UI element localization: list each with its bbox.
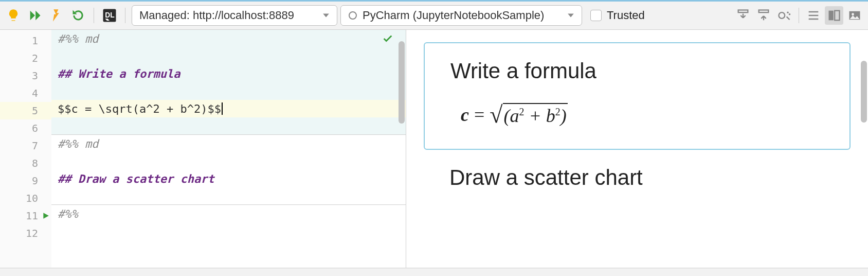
preview-only-view-icon[interactable] (845, 6, 864, 25)
code-area[interactable]: #%% md ## Write a formula $$c = \sqrt(a^… (51, 30, 406, 268)
svg-point-6 (787, 11, 789, 13)
trusted-label: Trusted (607, 9, 645, 22)
gutter-line-number[interactable]: 5 (0, 102, 51, 119)
chevron-down-icon (567, 12, 574, 19)
gutter-line-number[interactable]: 11 (0, 207, 51, 225)
preview-heading: Draw a scatter chart (424, 165, 851, 190)
gutter-line-number[interactable]: 9 (0, 172, 51, 189)
gutter-line-number[interactable]: 6 (0, 119, 51, 137)
code-only-view-icon[interactable] (804, 6, 823, 25)
code-line[interactable] (51, 117, 406, 135)
preview-cell-active[interactable]: Write a formula c = √ (a2 + b2) (424, 42, 851, 150)
code-line[interactable]: ## Draw a scatter chart (51, 170, 406, 187)
text-cursor (222, 102, 223, 115)
server-dropdown[interactable]: Managed: http://localhost:8889 (132, 5, 337, 26)
preview-scrollbar[interactable] (861, 61, 867, 123)
inspection-ok-icon (382, 33, 393, 44)
split-view-icon[interactable] (825, 6, 843, 25)
editor-scrollbar[interactable] (399, 41, 405, 124)
editor-pane: 123456789101112 #%% md ## Write a formul… (0, 30, 406, 268)
status-circle-icon (348, 11, 357, 20)
download-icon[interactable] (734, 6, 752, 25)
line-gutter: 123456789101112 (0, 30, 51, 268)
gutter-line-number[interactable]: 1 (0, 32, 51, 49)
kernel-dropdown[interactable]: PyCharm (JupyterNotebookSample) (340, 5, 582, 26)
gutter-line-number[interactable]: 12 (0, 225, 51, 242)
svg-point-2 (349, 12, 356, 19)
code-line[interactable]: $$c = \sqrt(a^2 + b^2)$$ (51, 100, 406, 117)
toolbar-separator (125, 8, 125, 23)
preview-heading: Write a formula (450, 59, 824, 83)
main-split: 123456789101112 #%% md ## Write a formul… (0, 30, 868, 268)
svg-point-11 (852, 13, 854, 15)
svg-text:DL: DL (105, 11, 114, 19)
trusted-checkbox[interactable] (590, 10, 602, 21)
svg-point-7 (789, 13, 791, 15)
code-line[interactable] (51, 47, 406, 65)
code-line[interactable]: #%% md (51, 135, 406, 152)
chevron-down-icon (322, 12, 330, 19)
kernel-dropdown-label: PyCharm (JupyterNotebookSample) (363, 9, 544, 22)
run-cell-gutter-icon[interactable] (42, 212, 49, 219)
svg-rect-3 (738, 10, 748, 13)
preview-pane: Write a formula c = √ (a2 + b2) Draw a s… (406, 30, 868, 268)
gutter-line-number[interactable]: 4 (0, 84, 51, 102)
svg-rect-4 (759, 10, 769, 13)
gutter-line-number[interactable]: 3 (0, 67, 51, 84)
trusted-toggle[interactable]: Trusted (590, 9, 645, 22)
gutter-line-number[interactable]: 10 (0, 189, 51, 207)
gutter-line-number[interactable]: 7 (0, 137, 51, 154)
code-line[interactable]: #%% (51, 205, 406, 222)
server-dropdown-label: Managed: http://localhost:8889 (139, 9, 294, 22)
run-cell-icon[interactable] (47, 6, 66, 25)
svg-rect-8 (829, 11, 834, 21)
svg-point-5 (779, 12, 785, 19)
intentions-bulb-icon[interactable] (4, 6, 23, 25)
notebook-toolbar: DL Managed: http://localhost:8889 PyChar… (0, 0, 868, 30)
gutter-line-number[interactable]: 2 (0, 49, 51, 67)
code-line[interactable]: ## Write a formula (51, 65, 406, 82)
run-all-icon[interactable] (26, 6, 44, 25)
view-settings-icon[interactable] (775, 6, 793, 25)
restart-kernel-icon[interactable] (69, 6, 87, 25)
rendered-formula: c = √ (a2 + b2) (461, 101, 824, 128)
toolbar-separator (94, 8, 94, 23)
code-line[interactable] (51, 82, 406, 100)
code-line[interactable]: #%% md (51, 30, 406, 47)
datalore-icon[interactable]: DL (100, 6, 119, 25)
code-line[interactable] (51, 222, 406, 240)
upload-icon[interactable] (754, 6, 773, 25)
svg-rect-9 (835, 11, 839, 21)
code-line[interactable] (51, 152, 406, 170)
gutter-line-number[interactable]: 8 (0, 154, 51, 172)
status-bar (0, 268, 868, 276)
code-line[interactable] (51, 187, 406, 205)
toolbar-separator (799, 8, 799, 23)
